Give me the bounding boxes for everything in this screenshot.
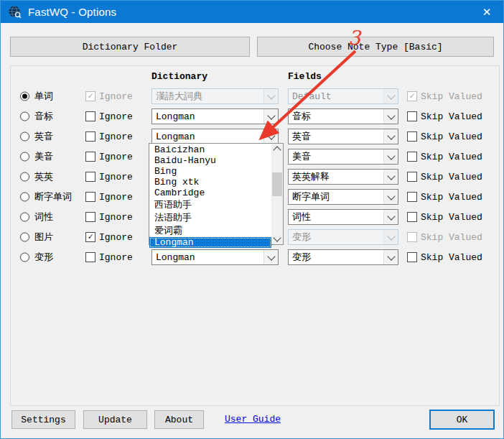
- skip-valued-label: Skip Valued: [421, 192, 482, 203]
- title-bar: FastWQ - Options ✕: [1, 1, 503, 23]
- update-button[interactable]: Update: [83, 410, 147, 429]
- dropdown-option[interactable]: Longman: [149, 237, 271, 248]
- dictionary-select-value: Longman: [152, 252, 263, 263]
- skip-valued-checkbox[interactable]: [407, 212, 417, 222]
- dictionary-column-header: Dictionary: [151, 71, 207, 82]
- dropdown-option[interactable]: Baicizhan: [149, 144, 271, 155]
- close-button[interactable]: ✕: [470, 1, 503, 23]
- skip-valued-checkbox[interactable]: [407, 232, 417, 242]
- dictionary-select-chevron-down-icon[interactable]: [263, 109, 278, 124]
- ignore-checkbox[interactable]: [85, 252, 95, 262]
- field-select[interactable]: 变形: [288, 229, 398, 245]
- ok-button[interactable]: OK: [429, 410, 495, 430]
- field-select[interactable]: Default: [288, 88, 398, 104]
- scroll-up-icon[interactable]: [271, 144, 283, 154]
- dictionary-select[interactable]: Longman: [151, 249, 279, 265]
- field-select-value: 词性: [289, 211, 383, 223]
- ignore-checkbox[interactable]: [85, 131, 95, 142]
- field-select[interactable]: 变形: [288, 249, 398, 265]
- dictionary-select-value: Longman: [152, 131, 263, 142]
- field-select[interactable]: 英英解释: [288, 169, 398, 185]
- field-select-value: 断字单词: [289, 190, 383, 203]
- skip-valued-checkbox[interactable]: [407, 192, 417, 202]
- dictionary-folder-button[interactable]: Dictionary Folder: [10, 37, 250, 57]
- ignore-checkbox-label: Ignore: [99, 152, 133, 162]
- app-globe-icon: [8, 5, 22, 19]
- field-select-chevron-down-icon[interactable]: [383, 230, 398, 244]
- field-select[interactable]: 美音: [288, 149, 398, 165]
- field-select-chevron-down-icon[interactable]: [383, 190, 398, 204]
- row-radio-button[interactable]: [20, 213, 29, 222]
- dictionary-select-chevron-down-icon[interactable]: [263, 89, 278, 103]
- skip-valued-checkbox[interactable]: [407, 91, 417, 101]
- skip-valued-label: Skip Valued: [421, 131, 482, 142]
- row-radio-button[interactable]: [20, 233, 29, 242]
- field-select[interactable]: 英音: [288, 129, 398, 144]
- ignore-checkbox-label: Ignore: [99, 172, 133, 182]
- row-radio-button[interactable]: [20, 92, 29, 101]
- row-radio-button[interactable]: [20, 112, 29, 121]
- field-select-chevron-down-icon[interactable]: [383, 89, 398, 103]
- field-select-value: 变形: [289, 231, 383, 244]
- row-label: 图片: [34, 231, 53, 244]
- field-select-chevron-down-icon[interactable]: [383, 170, 398, 184]
- dropdown-option[interactable]: 爱词霸: [149, 224, 271, 237]
- field-select-chevron-down-icon[interactable]: [383, 250, 398, 264]
- dropdown-option[interactable]: 西语助手: [149, 198, 271, 211]
- skip-valued-checkbox[interactable]: [407, 111, 417, 121]
- ignore-checkbox-label: Ignore: [99, 212, 133, 223]
- field-select[interactable]: 词性: [288, 209, 398, 225]
- dropdown-option[interactable]: 法语助手: [149, 211, 271, 224]
- skip-valued-checkbox[interactable]: [407, 252, 417, 262]
- row-radio-button[interactable]: [20, 193, 29, 202]
- ignore-checkbox[interactable]: [85, 172, 95, 182]
- choose-note-type-button[interactable]: Choose Note Type [Basic]: [257, 37, 494, 57]
- dictionary-select-chevron-down-icon[interactable]: [263, 129, 278, 144]
- ignore-checkbox[interactable]: [85, 111, 95, 121]
- dictionary-select[interactable]: Longman: [151, 108, 279, 124]
- ignore-checkbox[interactable]: [85, 152, 95, 162]
- row-label: 单词: [34, 90, 53, 103]
- about-button[interactable]: About: [154, 410, 204, 429]
- skip-valued-checkbox[interactable]: [407, 131, 417, 142]
- row-radio-button[interactable]: [20, 152, 29, 162]
- row-radio-button[interactable]: [20, 172, 29, 182]
- field-select-chevron-down-icon[interactable]: [383, 149, 398, 164]
- row-radio-button[interactable]: [20, 132, 29, 142]
- option-row: 变形 Ignore Longman 变形 Skip Valued: [11, 247, 499, 267]
- dictionary-select[interactable]: 漢語大詞典: [151, 88, 279, 104]
- ignore-checkbox[interactable]: [85, 192, 95, 202]
- dropdown-option[interactable]: Bing xtk: [149, 177, 271, 188]
- dropdown-option[interactable]: Cambridge: [149, 188, 271, 198]
- scrollbar-thumb[interactable]: [272, 172, 282, 196]
- skip-valued-label: Skip Valued: [421, 111, 482, 122]
- row-label: 断字单词: [34, 190, 72, 203]
- ignore-checkbox-label: Ignore: [99, 192, 133, 203]
- ignore-checkbox[interactable]: [85, 91, 95, 101]
- field-select-chevron-down-icon[interactable]: [383, 210, 398, 224]
- ignore-checkbox[interactable]: [85, 232, 95, 242]
- user-guide-link[interactable]: User Guide: [225, 414, 281, 425]
- skip-valued-checkbox[interactable]: [407, 152, 417, 162]
- dropdown-option[interactable]: Bing: [149, 166, 271, 177]
- row-label: 英音: [34, 130, 53, 143]
- field-select-chevron-down-icon[interactable]: [383, 129, 398, 144]
- dropdown-scrollbar[interactable]: [271, 144, 283, 244]
- ignore-checkbox[interactable]: [85, 212, 95, 222]
- field-select-chevron-down-icon[interactable]: [383, 109, 398, 124]
- dictionary-select-chevron-down-icon[interactable]: [263, 250, 278, 264]
- settings-button[interactable]: Settings: [11, 410, 75, 429]
- row-radio-button[interactable]: [20, 253, 29, 262]
- option-row: 单词 Ignore 漢語大詞典 Default Skip Valued: [11, 86, 499, 106]
- dropdown-option[interactable]: Baidu-Hanyu: [149, 155, 271, 166]
- dictionary-select[interactable]: Longman: [151, 129, 279, 144]
- field-select-value: 英音: [289, 130, 383, 143]
- dictionary-select-value: 漢語大詞典: [152, 90, 263, 103]
- scroll-down-icon[interactable]: [271, 234, 283, 244]
- field-select[interactable]: 音标: [288, 108, 398, 124]
- ignore-checkbox-label: Ignore: [99, 91, 133, 102]
- skip-valued-label: Skip Valued: [421, 212, 482, 223]
- field-select[interactable]: 断字单词: [288, 189, 398, 205]
- skip-valued-checkbox[interactable]: [407, 172, 417, 182]
- row-label: 词性: [34, 211, 53, 223]
